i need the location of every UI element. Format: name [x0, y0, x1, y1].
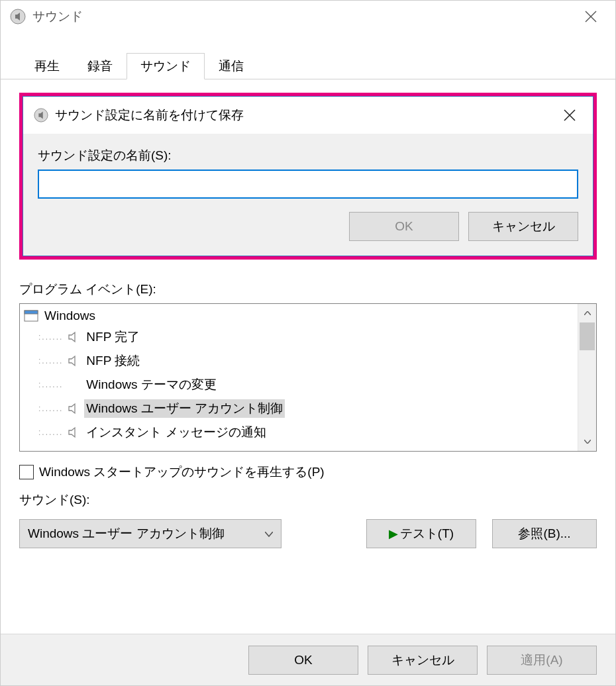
- close-icon: [564, 109, 576, 121]
- tree-connector: :......: [38, 404, 63, 413]
- program-event-label: NFP 接続: [84, 352, 142, 370]
- program-event-item[interactable]: :......インスタント メッセージの通知: [20, 420, 578, 444]
- program-events-content: Windows :......NFP 完了:......NFP 接続:.....…: [20, 304, 578, 451]
- sound-combo-label: サウンド(S):: [19, 491, 597, 509]
- tab-sounds[interactable]: サウンド: [127, 53, 205, 79]
- cancel-button[interactable]: キャンセル: [368, 646, 478, 675]
- sound-combobox[interactable]: Windows ユーザー アカウント制御: [19, 519, 282, 548]
- ok-button[interactable]: OK: [248, 646, 358, 675]
- scroll-up-button[interactable]: [578, 304, 596, 322]
- tab-content: サウンド設定に名前を付けて保存 サウンド設定の名前(S): OK キャンセル: [1, 79, 615, 634]
- program-event-label: Windows テーマの変更: [84, 375, 218, 394]
- close-icon: [585, 11, 597, 23]
- chevron-up-icon: [584, 311, 591, 315]
- chevron-down-icon: [265, 528, 273, 539]
- program-event-label: NFP 完了: [84, 328, 142, 346]
- tab-recording[interactable]: 録音: [74, 53, 127, 79]
- svg-rect-7: [25, 311, 38, 314]
- tree-root-label: Windows: [42, 308, 97, 324]
- program-events-listbox[interactable]: Windows :......NFP 完了:......NFP 接続:.....…: [19, 303, 597, 452]
- save-dialog-button-row: OK キャンセル: [38, 212, 578, 241]
- save-dialog-close-button[interactable]: [553, 102, 586, 128]
- scheme-name-input[interactable]: [38, 170, 578, 199]
- browse-button-label: 参照(B)...: [518, 525, 570, 542]
- sound-icon: [10, 9, 26, 24]
- save-dialog-ok-button[interactable]: OK: [349, 212, 459, 241]
- sound-settings-window: サウンド 再生 録音 サウンド 通信 サウンド設定に名前を付けて保存: [0, 0, 616, 686]
- play-icon: ▶: [389, 526, 398, 541]
- save-dialog-title: サウンド設定に名前を付けて保存: [55, 107, 553, 124]
- apply-button[interactable]: 適用(A): [487, 646, 597, 675]
- startup-sound-checkbox-row[interactable]: Windows スタートアップのサウンドを再生する(P): [19, 464, 597, 481]
- save-dialog-titlebar: サウンド設定に名前を付けて保存: [23, 97, 593, 134]
- program-event-label: インスタント メッセージの通知: [84, 423, 268, 442]
- tree-connector: :......: [38, 380, 63, 389]
- scheme-name-label: サウンド設定の名前(S):: [38, 147, 578, 164]
- listbox-scrollbar[interactable]: [578, 304, 596, 451]
- save-dialog-cancel-button[interactable]: キャンセル: [468, 212, 578, 241]
- tree-root-windows[interactable]: Windows: [20, 307, 578, 325]
- highlighted-dialog-area: サウンド設定に名前を付けて保存 サウンド設定の名前(S): OK キャンセル: [19, 93, 597, 260]
- chevron-down-icon: [584, 440, 591, 444]
- window-title: サウンド: [32, 8, 572, 25]
- startup-sound-label: Windows スタートアップのサウンドを再生する(P): [39, 464, 325, 481]
- tree-connector: :......: [38, 332, 63, 342]
- program-event-label: Windows ユーザー アカウント制御: [84, 399, 285, 418]
- scroll-down-button[interactable]: [578, 432, 596, 451]
- scroll-track: [578, 350, 596, 432]
- tab-playback[interactable]: 再生: [21, 53, 74, 79]
- window-close-button[interactable]: [572, 3, 610, 30]
- sound-combobox-value: Windows ユーザー アカウント制御: [28, 525, 225, 542]
- window-icon: [24, 310, 38, 322]
- sound-icon: [34, 108, 48, 122]
- window-titlebar: サウンド: [1, 1, 615, 32]
- save-scheme-dialog: サウンド設定に名前を付けて保存 サウンド設定の名前(S): OK キャンセル: [23, 96, 593, 256]
- save-dialog-body: サウンド設定の名前(S): OK キャンセル: [23, 134, 593, 256]
- tabs-row: 再生 録音 サウンド 通信: [1, 52, 615, 79]
- sound-row: Windows ユーザー アカウント制御 ▶ テスト(T) 参照(B)...: [19, 519, 597, 548]
- test-button-label: テスト(T): [400, 525, 454, 542]
- program-event-item[interactable]: :......NFP 完了: [20, 325, 578, 349]
- scroll-thumb[interactable]: [580, 322, 595, 350]
- dialog-footer: OK キャンセル 適用(A): [1, 634, 615, 685]
- program-event-item[interactable]: :......Windows テーマの変更: [20, 373, 578, 397]
- tree-connector: :......: [38, 356, 63, 366]
- program-event-item[interactable]: :......Windows ユーザー アカウント制御: [20, 397, 578, 420]
- program-event-item[interactable]: :......NFP 接続: [20, 349, 578, 373]
- browse-button[interactable]: 参照(B)...: [492, 519, 597, 548]
- startup-sound-checkbox[interactable]: [19, 465, 34, 479]
- test-button[interactable]: ▶ テスト(T): [366, 519, 476, 548]
- tree-connector: :......: [38, 428, 63, 437]
- program-events-label: プログラム イベント(E):: [19, 281, 597, 298]
- tab-communications[interactable]: 通信: [205, 53, 258, 79]
